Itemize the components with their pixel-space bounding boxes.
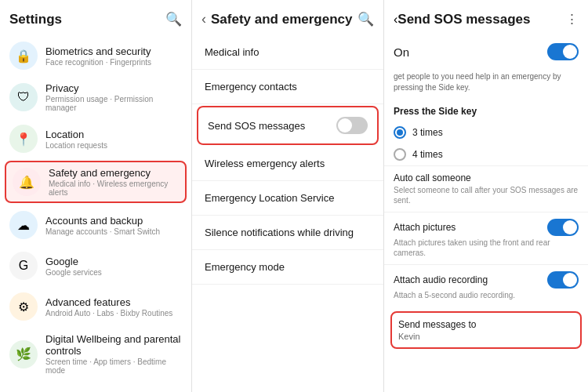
item-subtitle-safety: Medical info · Wireless emergency alerts bbox=[49, 180, 179, 197]
sos-description: get people to you need help in an emerge… bbox=[384, 71, 588, 100]
setting-title-attach_pictures: Attach pictures bbox=[394, 222, 456, 233]
press-side-key-label: Press the Side key bbox=[384, 100, 588, 122]
setting-row-auto_call: Auto call someone Select someone to call… bbox=[384, 165, 588, 212]
item-title-safety: Safety and emergency bbox=[49, 167, 179, 179]
header-icons: 🔍 bbox=[165, 11, 182, 27]
item-text-location: Location Location requests bbox=[45, 129, 182, 150]
item-text-wellbeing: Digital Wellbeing and parental controls … bbox=[45, 333, 182, 375]
radio-three-label: 3 times bbox=[412, 127, 443, 138]
setting-desc-attach_pictures: Attach pictures taken using the front an… bbox=[394, 238, 579, 258]
menu-item-silence_driving[interactable]: Silence notifications while driving bbox=[192, 216, 383, 250]
radio-three-icon[interactable] bbox=[394, 126, 406, 139]
item-subtitle-advanced: Android Auto · Labs · Bixby Routines bbox=[45, 309, 182, 318]
item-title-wellbeing: Digital Wellbeing and parental controls bbox=[45, 333, 182, 357]
right-settings: Auto call someone Select someone to call… bbox=[384, 165, 588, 307]
send-messages-title: Send messages to bbox=[398, 319, 574, 330]
item-icon-biometrics: 🔒 bbox=[9, 42, 38, 70]
setting-header-attach_pictures: Attach pictures bbox=[394, 219, 579, 236]
sos-header: ‹ Send SOS messages ⋮ bbox=[384, 0, 588, 35]
menu-item-label-wireless_alerts: Wireless emergency alerts bbox=[205, 158, 325, 169]
menu-item-label-emergency_mode: Emergency mode bbox=[205, 261, 285, 273]
toggle-send_sos[interactable] bbox=[336, 117, 368, 134]
menu-item-label-medical: Medical info bbox=[205, 46, 259, 58]
item-text-privacy: Privacy Permission usage · Permission ma… bbox=[45, 82, 182, 112]
safety-title: Safety and emergency bbox=[211, 12, 352, 27]
back-arrow-icon[interactable]: ‹ bbox=[201, 11, 206, 27]
item-icon-location: 📍 bbox=[9, 125, 38, 153]
middle-list: Medical infoEmergency contacts Send SOS … bbox=[192, 35, 383, 285]
menu-item-wireless_alerts[interactable]: Wireless emergency alerts bbox=[192, 147, 383, 181]
safety-header: ‹ Safety and emergency 🔍 bbox=[192, 0, 383, 35]
item-icon-wellbeing: 🌿 bbox=[9, 340, 38, 368]
settings-header: Settings 🔍 bbox=[0, 0, 191, 35]
radio-four-icon[interactable] bbox=[394, 148, 406, 161]
item-subtitle-google: Google services bbox=[45, 268, 182, 277]
on-label: On bbox=[394, 45, 409, 59]
item-title-privacy: Privacy bbox=[45, 82, 182, 94]
search-icon-middle[interactable]: 🔍 bbox=[358, 11, 374, 27]
setting-desc-auto_call: Select someone to call after your SOS me… bbox=[394, 185, 579, 205]
item-icon-privacy: 🛡 bbox=[9, 83, 38, 111]
settings-list: 🔒 Biometrics and security Face recogniti… bbox=[0, 35, 191, 381]
settings-title: Settings bbox=[9, 12, 62, 27]
settings-item-biometrics[interactable]: 🔒 Biometrics and security Face recogniti… bbox=[0, 35, 191, 76]
item-text-accounts: Accounts and backup Manage accounts · Sm… bbox=[45, 215, 182, 236]
settings-item-wellbeing[interactable]: 🌿 Digital Wellbeing and parental control… bbox=[0, 327, 191, 381]
item-icon-google: G bbox=[9, 252, 38, 280]
setting-title-auto_call: Auto call someone bbox=[394, 172, 471, 183]
settings-item-location[interactable]: 📍 Location Location requests bbox=[0, 118, 191, 159]
item-text-safety: Safety and emergency Medical info · Wire… bbox=[49, 167, 179, 197]
menu-item-label-send_sos: Send SOS messages bbox=[208, 120, 305, 132]
send-messages-value: Kevin bbox=[398, 332, 574, 341]
toggle-attach_audio[interactable] bbox=[547, 271, 579, 289]
settings-item-advanced[interactable]: ⚙ Advanced features Android Auto · Labs … bbox=[0, 286, 191, 327]
menu-item-label-emergency_contacts: Emergency contacts bbox=[205, 81, 297, 93]
item-icon-accounts: ☁ bbox=[9, 211, 38, 239]
safety-panel: ‹ Safety and emergency 🔍 Medical infoEme… bbox=[192, 0, 384, 392]
setting-desc-attach_audio: Attach a 5-second audio recording. bbox=[394, 290, 579, 300]
menu-item-emergency_contacts[interactable]: Emergency contacts bbox=[192, 70, 383, 104]
settings-item-accounts[interactable]: ☁ Accounts and backup Manage accounts · … bbox=[0, 205, 191, 245]
settings-item-google[interactable]: G Google Google services bbox=[0, 245, 191, 286]
radio-three-times[interactable]: 3 times bbox=[384, 122, 588, 143]
item-text-advanced: Advanced features Android Auto · Labs · … bbox=[45, 296, 182, 318]
settings-panel: Settings 🔍 🔒 Biometrics and security Fac… bbox=[0, 0, 192, 392]
menu-item-medical[interactable]: Medical info bbox=[192, 35, 383, 70]
item-subtitle-biometrics: Face recognition · Fingerprints bbox=[45, 58, 182, 67]
sos-more-icon[interactable]: ⋮ bbox=[565, 11, 579, 27]
sos-header-left: ‹ Send SOS messages bbox=[394, 12, 530, 27]
item-icon-safety: 🔔 bbox=[13, 168, 41, 196]
item-title-google: Google bbox=[45, 256, 182, 267]
setting-row-attach_pictures: Attach pictures Attach pictures taken us… bbox=[384, 212, 588, 264]
item-text-biometrics: Biometrics and security Face recognition… bbox=[45, 45, 182, 67]
menu-item-emergency_mode[interactable]: Emergency mode bbox=[192, 250, 383, 285]
menu-item-label-location_service: Emergency Location Service bbox=[205, 192, 334, 204]
item-text-google: Google Google services bbox=[45, 256, 182, 277]
menu-item-send_sos[interactable]: Send SOS messages bbox=[197, 106, 379, 145]
item-title-location: Location bbox=[45, 129, 182, 140]
settings-item-safety[interactable]: 🔔 Safety and emergency Medical info · Wi… bbox=[5, 161, 187, 203]
sos-title: Send SOS messages bbox=[397, 12, 530, 27]
item-subtitle-accounts: Manage accounts · Smart Switch bbox=[45, 227, 182, 236]
setting-title-attach_audio: Attach audio recording bbox=[394, 274, 488, 285]
settings-item-privacy[interactable]: 🛡 Privacy Permission usage · Permission … bbox=[0, 76, 191, 118]
toggle-attach_pictures[interactable] bbox=[547, 219, 579, 236]
item-title-accounts: Accounts and backup bbox=[45, 215, 182, 227]
on-row: On bbox=[384, 35, 588, 68]
item-subtitle-location: Location requests bbox=[45, 141, 182, 150]
item-icon-advanced: ⚙ bbox=[9, 292, 38, 321]
item-title-biometrics: Biometrics and security bbox=[45, 45, 182, 57]
on-toggle[interactable] bbox=[547, 43, 579, 60]
menu-item-location_service[interactable]: Emergency Location Service bbox=[192, 181, 383, 216]
radio-four-label: 4 times bbox=[412, 149, 443, 160]
menu-item-label-silence_driving: Silence notifications while driving bbox=[205, 227, 354, 238]
search-icon[interactable]: 🔍 bbox=[165, 11, 182, 27]
item-title-advanced: Advanced features bbox=[45, 296, 182, 308]
setting-header-auto_call: Auto call someone bbox=[394, 172, 579, 183]
radio-four-times[interactable]: 4 times bbox=[384, 143, 588, 165]
setting-row-attach_audio: Attach audio recording Attach a 5-second… bbox=[384, 264, 588, 307]
setting-header-attach_audio: Attach audio recording bbox=[394, 271, 579, 289]
item-subtitle-wellbeing: Screen time · App timers · Bedtime mode bbox=[45, 358, 182, 375]
send-messages-box[interactable]: Send messages to Kevin bbox=[390, 311, 582, 349]
item-subtitle-privacy: Permission usage · Permission manager bbox=[45, 95, 182, 112]
